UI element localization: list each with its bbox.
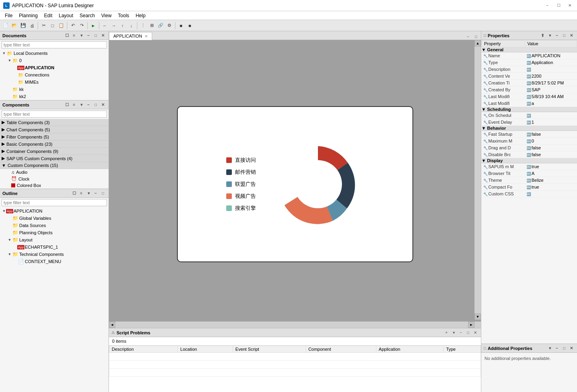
menu-item-planning[interactable]: Planning [16,12,41,19]
tree-item[interactable]: AppAPPLICATION [0,64,109,71]
toolbar-run[interactable]: ► [89,22,97,30]
toolbar-snap[interactable]: ⊞ [148,22,156,30]
props-row[interactable]: 🔧Maximum M🔤0 [482,138,577,145]
add-props-max-btn[interactable]: □ [561,345,567,352]
toolbar-save[interactable]: 💾 [19,22,27,30]
outline-filter-btn[interactable]: ≡ [78,190,84,197]
documents-filter-input[interactable] [2,41,107,48]
toolbar-undo[interactable]: ↶ [69,22,77,30]
toolbar-copy[interactable]: □ [48,22,56,30]
toolbar-align-left[interactable]: ← [101,22,109,30]
component-group[interactable]: ▶ Filter Components (5) [0,133,109,141]
components-filter-input[interactable] [2,111,107,118]
props-row[interactable]: 🔧On Schedul🔤 [482,112,577,119]
outline-filter-input[interactable] [2,199,107,206]
component-group[interactable]: ▶ Chart Components (5) [0,126,109,133]
props-row[interactable]: 🔧Custom CSS🔤 [482,191,577,197]
scroll-down-btn[interactable]: ▼ [474,314,481,320]
props-row[interactable]: 🔧Compact Fo🔤true [482,184,577,191]
menu-item-tools[interactable]: Tools [115,12,133,19]
scroll-right-btn[interactable]: ► [468,322,474,328]
canvas-scroll-horizontal[interactable]: ◄ ► [109,322,474,328]
tab-application[interactable]: APPLICATION ✕ [109,32,152,40]
props-section-general[interactable]: ▼ General [482,47,577,52]
close-button[interactable]: ✕ [566,3,574,8]
editor-min-btn[interactable]: − [465,33,471,40]
outline-item[interactable]: 📁Data Sources [0,222,109,229]
toolbar-redo[interactable]: ↷ [78,22,86,30]
comp-min-btn[interactable]: − [85,102,92,108]
outline-new-btn[interactable]: ☐ [71,190,77,197]
props-export-btn[interactable]: ⬆ [539,32,546,39]
tree-toggle[interactable]: ▼ [2,51,6,55]
restore-button[interactable]: ☐ [555,3,563,8]
outline-item[interactable]: AppECHARTSPIC_1 [0,243,109,251]
tree-item[interactable]: 📁kk [0,86,109,93]
problems-menu-btn[interactable]: ▾ [450,330,457,336]
canvas-scroll-vertical[interactable]: ▲ ▼ [474,40,481,320]
comp-close-btn[interactable]: ✕ [100,102,106,108]
menu-item-search[interactable]: Search [76,12,98,19]
component-sub-item[interactable]: ⏰Clock [0,175,109,182]
props-row[interactable]: 🔧Name🔤APPLICATION [482,52,577,59]
scroll-left-btn[interactable]: ◄ [109,322,115,328]
props-row[interactable]: 🔧Event Delay🔤1 [482,119,577,126]
props-section-display[interactable]: ▼ Display [482,158,577,163]
outline-item[interactable]: ▼AppAPPLICATION [0,207,109,215]
problems-min-btn[interactable]: − [458,330,464,336]
menu-item-view[interactable]: View [98,12,115,19]
props-max-btn[interactable]: □ [561,32,567,39]
props-row[interactable]: 🔧Theme🔤Belize [482,177,577,184]
tree-item[interactable]: 📁MIMEs [0,78,109,86]
editor-max-btn[interactable]: □ [473,33,479,40]
props-row[interactable]: 🔧Type🔤Application [482,59,577,66]
outline-item[interactable]: 📁Global Variables [0,215,109,222]
tab-close-btn[interactable]: ✕ [145,34,148,38]
props-close-btn[interactable]: ✕ [568,32,575,39]
menu-item-layout[interactable]: Layout [56,12,76,19]
props-row[interactable]: 🔧Content Ve🔤2200 [482,73,577,80]
problems-close-btn[interactable]: ✕ [472,330,478,336]
props-row[interactable]: 🔧Disable Brc🔤false [482,151,577,158]
outline-toggle[interactable]: ▼ [7,238,12,242]
props-section-behavior[interactable]: ▼ Behavior [482,126,577,131]
props-row[interactable]: 🔧Browser Tit🔤A [482,170,577,177]
comp-max-btn[interactable]: □ [92,102,99,108]
documents-new-btn[interactable]: ☐ [64,32,70,39]
outline-min-btn[interactable]: − [92,190,99,197]
outline-item[interactable]: 📄CONTEXT_MENU [0,258,109,265]
tree-item[interactable]: 📁Connections [0,71,109,78]
comp-filter-btn[interactable]: ≡ [71,102,77,108]
menu-item-file[interactable]: File [2,12,16,19]
component-group[interactable]: ▶ Table Components (3) [0,119,109,126]
tree-item[interactable]: 📁kk2 [0,93,109,100]
toolbar-align-bottom[interactable]: ↓ [127,22,135,30]
toolbar-open[interactable]: 📂 [10,22,18,30]
component-group[interactable]: ▶ SAP UI5 Custom Components (4) [0,155,109,162]
toolbar-print[interactable]: 🖨 [28,22,36,30]
outline-max-btn[interactable]: □ [100,190,106,197]
props-row[interactable]: 🔧Last Modifi🔤5/8/19 10:44 AM [482,93,577,100]
props-row[interactable]: 🔧Fast Startup🔤false [482,131,577,138]
toolbar-link[interactable]: 🔗 [157,22,165,30]
props-row[interactable]: 🔧Created By🔤SAP [482,86,577,93]
outline-toggle[interactable]: ▼ [7,252,12,256]
comp-menu-btn[interactable]: ▾ [78,102,84,108]
toolbar-settings[interactable]: ⚙ [165,22,173,30]
toolbar-grid[interactable]: ⋮ [139,22,147,30]
comp-new-btn[interactable]: ☐ [64,102,70,108]
outline-item[interactable]: ▼📁Layout [0,236,109,243]
add-props-min-btn[interactable]: − [554,345,560,352]
props-row[interactable]: 🔧Description🔤 [482,66,577,73]
documents-filter-btn[interactable]: ≡ [71,32,77,39]
toolbar-cut[interactable]: ✂ [40,22,48,30]
documents-max-btn[interactable]: □ [92,32,99,39]
add-props-close-btn[interactable]: ✕ [568,345,575,352]
component-sub-item[interactable]: ♫Audio [0,169,109,175]
toolbar-new[interactable]: 📄 [2,22,10,30]
props-menu-btn[interactable]: ▾ [547,32,553,39]
toolbar-extra2[interactable]: ■ [186,22,194,30]
documents-min-btn[interactable]: − [85,32,92,39]
component-sub-item[interactable]: Colored Box [0,182,109,189]
props-row[interactable]: 🔧Drag and D🔤false [482,145,577,151]
